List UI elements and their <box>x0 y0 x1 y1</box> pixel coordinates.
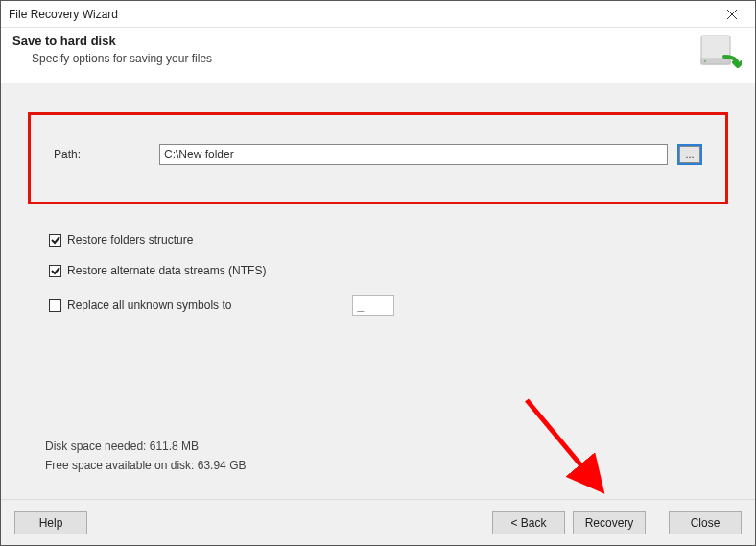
annotation-arrow-icon <box>517 391 632 506</box>
replace-symbols-label: Replace all unknown symbols to <box>67 298 231 312</box>
close-button[interactable]: Close <box>669 511 742 534</box>
help-button[interactable]: Help <box>14 511 87 534</box>
disk-info: Disk space needed: 611.8 MB Free space a… <box>45 439 246 478</box>
restore-ads-checkbox[interactable] <box>49 265 61 277</box>
disk-needed-label: Disk space needed: <box>45 439 146 453</box>
option-restore-folders: Restore folders structure <box>49 233 728 247</box>
wizard-window: File Recovery Wizard Save to hard disk S… <box>0 0 756 546</box>
restore-ads-label: Restore alternate data streams (NTFS) <box>67 264 266 277</box>
page-subtitle: Specify options for saving your files <box>32 52 744 65</box>
free-space-line: Free space available on disk: 63.94 GB <box>45 459 246 472</box>
wizard-header: Save to hard disk Specify options for sa… <box>1 28 755 83</box>
wizard-content: Path: ... Restore folders structure Rest… <box>1 83 755 499</box>
option-restore-ads: Restore alternate data streams (NTFS) <box>49 264 728 277</box>
back-button[interactable]: < Back <box>492 511 565 534</box>
option-replace-symbols: Replace all unknown symbols to <box>49 295 728 316</box>
hard-disk-icon <box>697 34 742 72</box>
free-space-value: 63.94 GB <box>198 459 247 472</box>
disk-needed-value: 611.8 MB <box>150 439 199 453</box>
page-title: Save to hard disk <box>12 34 744 48</box>
path-input[interactable] <box>159 144 668 165</box>
free-space-label: Free space available on disk: <box>45 459 194 472</box>
close-icon[interactable] <box>713 3 751 26</box>
restore-folders-checkbox[interactable] <box>49 234 61 247</box>
disk-needed-line: Disk space needed: 611.8 MB <box>45 439 246 453</box>
wizard-footer: Help < Back Recovery Close <box>1 499 755 545</box>
replace-symbols-checkbox[interactable] <box>49 299 61 312</box>
window-title: File Recovery Wizard <box>9 8 118 21</box>
replace-symbol-input[interactable] <box>352 295 394 316</box>
restore-folders-label: Restore folders structure <box>67 233 193 247</box>
recovery-button[interactable]: Recovery <box>573 511 646 534</box>
browse-button[interactable]: ... <box>677 144 702 165</box>
path-section-highlight: Path: ... <box>28 112 728 204</box>
svg-line-6 <box>527 400 599 487</box>
options-group: Restore folders structure Restore altern… <box>49 233 728 316</box>
path-label: Path: <box>54 148 159 161</box>
svg-point-4 <box>704 60 706 62</box>
titlebar: File Recovery Wizard <box>1 1 755 28</box>
